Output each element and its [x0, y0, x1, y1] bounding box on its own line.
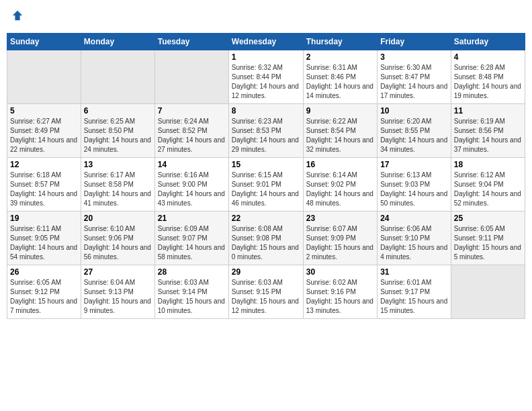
- calendar-week-row: 5Sunrise: 6:27 AM Sunset: 8:49 PM Daylig…: [7, 104, 525, 158]
- day-info: Sunrise: 6:04 AM Sunset: 9:13 PM Dayligh…: [84, 278, 152, 316]
- weekday-header-wednesday: Wednesday: [228, 34, 303, 50]
- weekday-header-monday: Monday: [81, 34, 154, 50]
- day-number: 7: [158, 106, 226, 116]
- day-number: 29: [232, 267, 300, 277]
- day-number: 19: [10, 214, 78, 223]
- calendar-table: SundayMondayTuesdayWednesdayThursdayFrid…: [7, 33, 525, 319]
- calendar-cell: 25Sunrise: 6:05 AM Sunset: 9:11 PM Dayli…: [451, 212, 525, 265]
- logo: [11, 9, 24, 25]
- calendar-cell: 27Sunrise: 6:04 AM Sunset: 9:13 PM Dayli…: [81, 265, 154, 319]
- weekday-header-tuesday: Tuesday: [154, 34, 228, 50]
- day-number: 11: [454, 106, 522, 116]
- day-number: 25: [454, 214, 522, 223]
- calendar-cell: 17Sunrise: 6:13 AM Sunset: 9:03 PM Dayli…: [378, 158, 451, 212]
- day-info: Sunrise: 6:18 AM Sunset: 8:57 PM Dayligh…: [10, 171, 78, 208]
- calendar-cell: [81, 50, 154, 104]
- day-info: Sunrise: 6:10 AM Sunset: 9:06 PM Dayligh…: [84, 224, 152, 262]
- calendar-cell: 10Sunrise: 6:20 AM Sunset: 8:55 PM Dayli…: [378, 104, 451, 158]
- day-number: 2: [306, 52, 374, 62]
- day-number: 1: [232, 52, 300, 62]
- day-number: 28: [158, 267, 226, 277]
- calendar-cell: 28Sunrise: 6:03 AM Sunset: 9:14 PM Dayli…: [154, 265, 228, 319]
- day-number: 26: [10, 267, 78, 277]
- day-number: 31: [380, 267, 448, 277]
- day-info: Sunrise: 6:11 AM Sunset: 9:05 PM Dayligh…: [10, 224, 78, 262]
- day-info: Sunrise: 6:07 AM Sunset: 9:09 PM Dayligh…: [306, 224, 374, 262]
- day-info: Sunrise: 6:03 AM Sunset: 9:14 PM Dayligh…: [158, 278, 226, 316]
- calendar-body: 1Sunrise: 6:32 AM Sunset: 8:44 PM Daylig…: [7, 50, 525, 319]
- day-number: 14: [158, 160, 226, 169]
- calendar-cell: 8Sunrise: 6:23 AM Sunset: 8:53 PM Daylig…: [228, 104, 303, 158]
- calendar-cell: 29Sunrise: 6:03 AM Sunset: 9:15 PM Dayli…: [228, 265, 303, 319]
- day-info: Sunrise: 6:13 AM Sunset: 9:03 PM Dayligh…: [380, 171, 448, 208]
- day-info: Sunrise: 6:12 AM Sunset: 9:04 PM Dayligh…: [454, 171, 522, 208]
- weekday-header-thursday: Thursday: [303, 34, 377, 50]
- weekday-header-friday: Friday: [378, 34, 451, 50]
- calendar-cell: 23Sunrise: 6:07 AM Sunset: 9:09 PM Dayli…: [303, 212, 377, 265]
- calendar-week-row: 26Sunrise: 6:05 AM Sunset: 9:12 PM Dayli…: [7, 265, 525, 319]
- calendar-week-row: 12Sunrise: 6:18 AM Sunset: 8:57 PM Dayli…: [7, 158, 525, 212]
- calendar-cell: [154, 50, 228, 104]
- day-info: Sunrise: 6:14 AM Sunset: 9:02 PM Dayligh…: [306, 171, 374, 208]
- calendar-cell: 4Sunrise: 6:28 AM Sunset: 8:48 PM Daylig…: [451, 50, 525, 104]
- calendar-cell: 12Sunrise: 6:18 AM Sunset: 8:57 PM Dayli…: [7, 158, 81, 212]
- calendar-cell: 20Sunrise: 6:10 AM Sunset: 9:06 PM Dayli…: [81, 212, 154, 265]
- day-number: 30: [306, 267, 374, 277]
- calendar-cell: 21Sunrise: 6:09 AM Sunset: 9:07 PM Dayli…: [154, 212, 228, 265]
- calendar-cell: 14Sunrise: 6:16 AM Sunset: 9:00 PM Dayli…: [154, 158, 228, 212]
- calendar-cell: 30Sunrise: 6:02 AM Sunset: 9:16 PM Dayli…: [303, 265, 377, 319]
- calendar-header: SundayMondayTuesdayWednesdayThursdayFrid…: [7, 34, 525, 50]
- calendar-week-row: 1Sunrise: 6:32 AM Sunset: 8:44 PM Daylig…: [7, 50, 525, 104]
- calendar-cell: 6Sunrise: 6:25 AM Sunset: 8:50 PM Daylig…: [81, 104, 154, 158]
- day-info: Sunrise: 6:22 AM Sunset: 8:54 PM Dayligh…: [306, 117, 374, 154]
- day-info: Sunrise: 6:25 AM Sunset: 8:50 PM Dayligh…: [84, 117, 152, 154]
- day-info: Sunrise: 6:17 AM Sunset: 8:58 PM Dayligh…: [84, 171, 152, 208]
- day-info: Sunrise: 6:32 AM Sunset: 8:44 PM Dayligh…: [232, 63, 300, 101]
- calendar-cell: 26Sunrise: 6:05 AM Sunset: 9:12 PM Dayli…: [7, 265, 81, 319]
- calendar-cell: 1Sunrise: 6:32 AM Sunset: 8:44 PM Daylig…: [228, 50, 303, 104]
- day-info: Sunrise: 6:01 AM Sunset: 9:17 PM Dayligh…: [380, 278, 448, 316]
- day-number: 16: [306, 160, 374, 169]
- day-info: Sunrise: 6:09 AM Sunset: 9:07 PM Dayligh…: [158, 224, 226, 262]
- day-info: Sunrise: 6:06 AM Sunset: 9:10 PM Dayligh…: [380, 224, 448, 262]
- day-info: Sunrise: 6:08 AM Sunset: 9:08 PM Dayligh…: [232, 224, 300, 262]
- day-number: 12: [10, 160, 78, 169]
- day-info: Sunrise: 6:31 AM Sunset: 8:46 PM Dayligh…: [306, 63, 374, 101]
- day-number: 3: [380, 52, 448, 62]
- svg-marker-0: [13, 11, 22, 20]
- calendar-cell: [451, 265, 525, 319]
- day-number: 9: [306, 106, 374, 116]
- day-number: 22: [232, 214, 300, 223]
- day-number: 23: [306, 214, 374, 223]
- calendar-cell: 31Sunrise: 6:01 AM Sunset: 9:17 PM Dayli…: [378, 265, 451, 319]
- day-info: Sunrise: 6:23 AM Sunset: 8:53 PM Dayligh…: [232, 117, 300, 154]
- calendar-cell: 16Sunrise: 6:14 AM Sunset: 9:02 PM Dayli…: [303, 158, 377, 212]
- day-info: Sunrise: 6:05 AM Sunset: 9:12 PM Dayligh…: [10, 278, 78, 316]
- day-info: Sunrise: 6:20 AM Sunset: 8:55 PM Dayligh…: [380, 117, 448, 154]
- day-info: Sunrise: 6:28 AM Sunset: 8:48 PM Dayligh…: [454, 63, 522, 101]
- calendar-cell: 5Sunrise: 6:27 AM Sunset: 8:49 PM Daylig…: [7, 104, 81, 158]
- day-info: Sunrise: 6:27 AM Sunset: 8:49 PM Dayligh…: [10, 117, 78, 154]
- day-number: 15: [232, 160, 300, 169]
- logo-icon: [11, 9, 24, 21]
- calendar-cell: 22Sunrise: 6:08 AM Sunset: 9:08 PM Dayli…: [228, 212, 303, 265]
- calendar-cell: 3Sunrise: 6:30 AM Sunset: 8:47 PM Daylig…: [378, 50, 451, 104]
- day-info: Sunrise: 6:05 AM Sunset: 9:11 PM Dayligh…: [454, 224, 522, 262]
- day-info: Sunrise: 6:02 AM Sunset: 9:16 PM Dayligh…: [306, 278, 374, 316]
- calendar-cell: 15Sunrise: 6:15 AM Sunset: 9:01 PM Dayli…: [228, 158, 303, 212]
- day-info: Sunrise: 6:03 AM Sunset: 9:15 PM Dayligh…: [232, 278, 300, 316]
- weekday-header-saturday: Saturday: [451, 34, 525, 50]
- day-info: Sunrise: 6:15 AM Sunset: 9:01 PM Dayligh…: [232, 171, 300, 208]
- day-number: 13: [84, 160, 152, 169]
- day-info: Sunrise: 6:24 AM Sunset: 8:52 PM Dayligh…: [158, 117, 226, 154]
- day-number: 21: [158, 214, 226, 223]
- day-number: 24: [380, 214, 448, 223]
- day-info: Sunrise: 6:19 AM Sunset: 8:56 PM Dayligh…: [454, 117, 522, 154]
- calendar-cell: 18Sunrise: 6:12 AM Sunset: 9:04 PM Dayli…: [451, 158, 525, 212]
- day-number: 20: [84, 214, 152, 223]
- day-number: 27: [84, 267, 152, 277]
- page-header: [7, 7, 525, 28]
- calendar-cell: 19Sunrise: 6:11 AM Sunset: 9:05 PM Dayli…: [7, 212, 81, 265]
- day-number: 5: [10, 106, 78, 116]
- calendar-cell: [7, 50, 81, 104]
